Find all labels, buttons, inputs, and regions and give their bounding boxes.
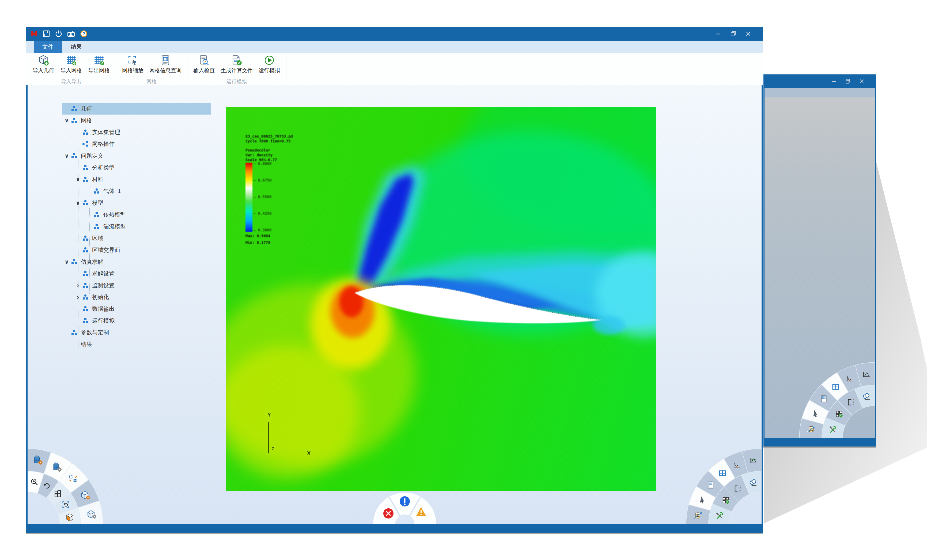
tree-item[interactable]: 实体集管理 <box>62 126 211 138</box>
import-geometry-button[interactable]: 导入几何 <box>30 53 56 78</box>
ribbon-group-mesh: 网格缩放 网格信息查询 网格 <box>119 53 184 85</box>
restore-icon[interactable] <box>845 78 851 84</box>
colorbar-tick: — 0.5500 <box>254 195 271 199</box>
keyboard-icon[interactable] <box>67 30 76 38</box>
tree-node-icon <box>71 106 79 112</box>
import-geometry-icon <box>37 54 50 67</box>
radial-menu-view-left[interactable] <box>27 444 108 524</box>
info-icon[interactable] <box>400 496 410 507</box>
restore-icon[interactable] <box>730 30 737 37</box>
ribbon-group-label: 运行模拟 <box>191 78 282 85</box>
ribbon-separator <box>115 56 116 82</box>
tree-item[interactable]: 传热模型 <box>62 209 211 220</box>
tree-item[interactable]: 参数与定制 <box>62 326 211 338</box>
table-view-icon[interactable] <box>720 471 725 476</box>
model-tree: 几何 ∨ 网格 实体集管理 网格操作 ∨ 问题定义 <box>27 103 215 350</box>
tree-item[interactable]: 分析类型 <box>62 162 211 173</box>
tree-item-label: 初始化 <box>92 293 109 301</box>
tab-results[interactable]: 结果 <box>62 41 90 53</box>
tree-item[interactable]: 网格操作 <box>62 138 211 150</box>
minimize-icon[interactable] <box>831 78 837 84</box>
ribbon-separator <box>187 56 187 82</box>
tree-node-icon <box>71 153 79 159</box>
tree-item[interactable]: ∨ 网格 <box>62 115 211 126</box>
table-view-icon[interactable] <box>833 385 839 390</box>
tree-item[interactable]: 区域 <box>62 232 211 244</box>
tree-node-icon <box>82 282 90 288</box>
tree-item-label: 模型 <box>92 199 103 206</box>
tree-item-label: 参数与定制 <box>81 329 109 336</box>
tab-file[interactable]: 文件 <box>34 41 62 53</box>
ribbon-group-label: 网格 <box>120 78 183 85</box>
save-icon[interactable] <box>42 30 50 38</box>
chevron-icon[interactable]: › <box>73 283 82 288</box>
close-icon[interactable] <box>745 30 752 37</box>
secondary-titlebar[interactable] <box>763 74 876 88</box>
chevron-icon[interactable]: › <box>73 294 82 300</box>
tree-item-label: 运行模拟 <box>92 317 115 325</box>
secondary-content[interactable] <box>764 97 875 438</box>
button-label: 导入几何 <box>33 67 54 74</box>
orange-cube-icon[interactable] <box>67 514 73 521</box>
input-check-button[interactable]: ? 输入检查 <box>191 53 217 78</box>
error-icon[interactable] <box>383 508 394 519</box>
report-document-icon[interactable] <box>708 482 713 488</box>
tree-item[interactable]: ∨ 仿真求解 <box>62 256 211 268</box>
generate-file-button[interactable]: 生成计算文件 <box>219 53 254 78</box>
cfd-viewport[interactable]: E3_cas_00025_70753.pd Cycle 7000 Time=0.… <box>226 107 656 491</box>
import-mesh-button[interactable]: 导入网格 <box>58 53 84 78</box>
chevron-icon[interactable]: ∨ <box>62 153 71 159</box>
x-axis-label: X <box>307 450 311 456</box>
mesh-info-button[interactable]: 网格信息查询 <box>148 53 183 78</box>
tree-item[interactable]: 运行模拟 <box>62 315 211 326</box>
tree-node-icon <box>94 223 101 229</box>
tree-item[interactable]: ∨ 模型 <box>62 197 211 209</box>
tree-item[interactable]: 求解设置 <box>62 268 211 279</box>
tree-node-icon <box>82 271 90 276</box>
tree-item[interactable]: › 初始化 <box>62 291 211 303</box>
tree-item[interactable]: 结果 <box>62 338 211 350</box>
tree-node-icon <box>82 176 90 182</box>
workspace: 几何 ∨ 网格 实体集管理 网格操作 ∨ 问题定义 <box>27 85 761 524</box>
tree-item[interactable]: 几何 <box>62 103 211 115</box>
button-label: 运行模拟 <box>258 67 280 74</box>
window-border <box>875 74 876 446</box>
tree-node-icon <box>94 212 101 218</box>
button-label: 输入检查 <box>193 67 215 74</box>
tree-item-label: 数据输出 <box>92 305 115 313</box>
colorbar-ticks: — 0.8000— 0.6750— 0.5500— 0.4250— 0.3000 <box>254 162 271 232</box>
chevron-icon[interactable]: ∨ <box>62 117 71 124</box>
generate-file-icon <box>231 54 243 67</box>
chevron-icon[interactable]: ∨ <box>73 200 82 206</box>
tree-item-label: 问题定义 <box>81 152 103 159</box>
help-icon[interactable]: ? <box>80 30 88 38</box>
tree-item-label: 求解设置 <box>92 270 115 277</box>
tree-item[interactable]: › 监测设置 <box>62 279 211 291</box>
min-value-label: Min: 0.1778 <box>245 240 310 245</box>
chevron-icon[interactable]: ∨ <box>73 176 82 182</box>
tree-item[interactable]: 气体_1 <box>62 185 211 197</box>
tree-node-icon <box>82 306 90 312</box>
tree-item[interactable]: 湍流模型 <box>62 220 211 232</box>
minimize-icon[interactable] <box>715 30 722 37</box>
tree-item[interactable]: 区域交界面 <box>62 244 211 256</box>
run-simulation-button[interactable]: 运行模拟 <box>257 53 282 78</box>
tree-item[interactable]: ∨ 问题定义 <box>62 150 211 162</box>
tree-item-label: 实体集管理 <box>92 129 120 136</box>
report-document-icon[interactable] <box>822 396 826 402</box>
tree-item[interactable]: 数据输出 <box>62 303 211 315</box>
power-icon[interactable] <box>55 30 62 38</box>
mesh-scale-button[interactable]: 网格缩放 <box>120 53 146 78</box>
tree-item-label: 区域 <box>92 235 103 242</box>
chevron-icon[interactable]: ∨ <box>62 259 71 265</box>
radial-menu-results-right[interactable] <box>681 444 761 524</box>
radial-menu-secondary[interactable] <box>795 358 875 438</box>
close-icon[interactable] <box>859 78 865 84</box>
tree-item[interactable]: ∨ 材料 <box>62 173 211 185</box>
dataset-name: E3_cas_00025_70753.pd <box>245 134 310 139</box>
export-mesh-button[interactable]: 导出网格 <box>86 53 112 78</box>
main-titlebar[interactable]: ? <box>26 27 763 41</box>
variable-label: Var: density <box>245 153 310 158</box>
colorbar-tick: — 0.6750 <box>254 178 271 182</box>
notification-fan[interactable] <box>370 489 439 524</box>
